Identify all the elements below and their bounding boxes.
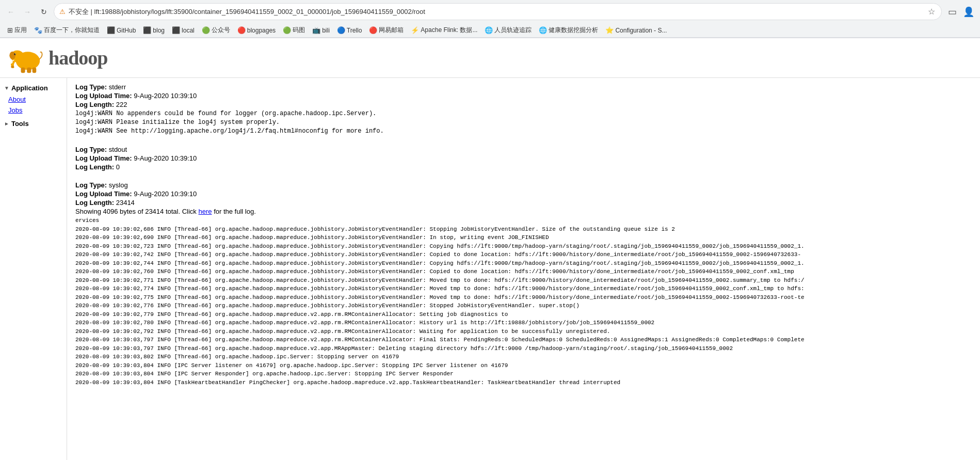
address-text: 不安全 | lft:19888/jobhistory/logs/lft:3590… (69, 7, 924, 17)
bookmark-flink-label: Apache Flink: 数据... (421, 26, 477, 35)
bookmark-star-button[interactable]: ☆ (927, 6, 936, 18)
bookmark-local[interactable]: ⬛ local (169, 25, 198, 36)
bookmark-wechat[interactable]: 🟢 公众号 (199, 24, 233, 36)
bookmark-blog-label: blog (153, 27, 165, 34)
bookmark-trello[interactable]: 🔵 Trello (334, 25, 365, 36)
tracking-icon: 🌐 (485, 26, 493, 34)
bookmark-baidu-label: 百度一下，你就知道 (44, 26, 100, 35)
bookmark-wechat-label: 公众号 (212, 26, 230, 35)
syslog-upload-value: 9-Aug-2020 10:39:10 (134, 190, 197, 198)
sidebar-item-jobs[interactable]: Jobs (0, 105, 67, 116)
nav-forward-button[interactable]: → (21, 5, 34, 19)
nav-back-button[interactable]: ← (4, 5, 18, 19)
stderr-length-label: Log Length: (75, 101, 116, 108)
baidu-icon: 🐾 (34, 26, 42, 34)
bookmark-blogpages[interactable]: 🔴 blogpages (234, 25, 279, 36)
bookmarks-bar: ⊞ 应用 🐾 百度一下，你就知道 ⬛ GitHub ⬛ blog ⬛ local… (0, 23, 980, 38)
bookmark-github-label: GitHub (117, 27, 136, 34)
stderr-length-line: Log Length: 222 (75, 101, 972, 108)
syslog-length-label: Log Length: (75, 199, 116, 207)
log-section-stderr: Log Type: stderr Log Upload Time: 9-Aug-… (75, 83, 972, 135)
bookmark-163mail-label: 网易邮箱 (379, 26, 404, 35)
svg-point-4 (15, 54, 15, 54)
bookmark-trello-label: Trello (347, 27, 362, 34)
stderr-type-line: Log Type: stderr (75, 83, 972, 91)
bookmark-apps[interactable]: ⊞ 应用 (4, 24, 30, 36)
cast-button[interactable]: ▭ (945, 5, 959, 19)
bookmark-github[interactable]: ⬛ GitHub (104, 25, 139, 36)
bookmark-blogpages-label: blogpages (247, 27, 276, 34)
sidebar: ▼ Application About Jobs ► Tools (0, 78, 67, 460)
log-section-stdout: Log Type: stdout Log Upload Time: 9-Aug-… (75, 146, 972, 171)
stderr-length-value: 222 (116, 101, 127, 108)
bookmark-tracking[interactable]: 🌐 人员轨迹追踪 (481, 24, 535, 36)
stdout-length-label: Log Length: (75, 163, 116, 171)
syslog-type-label: Log Type: (75, 181, 109, 189)
bookmark-matu-label: 码图 (293, 26, 305, 35)
page-container: hadoop ▼ Application About Jobs ► Tools (0, 38, 980, 460)
bookmark-matu[interactable]: 🟢 码图 (280, 24, 308, 36)
address-actions: ☆ (927, 6, 936, 18)
stderr-type-label: Log Type: (75, 83, 109, 91)
github-icon: ⬛ (107, 26, 115, 34)
syslog-here-link[interactable]: here (198, 208, 212, 215)
stdout-type-value: stdout (109, 146, 127, 153)
tools-triangle-icon: ► (4, 121, 9, 126)
sidebar-section-application: ▼ Application About Jobs (0, 82, 67, 116)
browser-chrome: ← → ↻ ⚠ 不安全 | lft:19888/jobhistory/logs/… (0, 0, 980, 38)
bookmark-config[interactable]: ⭐ Configuration - S... (602, 25, 670, 36)
local-icon: ⬛ (172, 26, 180, 34)
syslog-showing-text: Showing 4096 bytes of 23414 total. Click (75, 208, 198, 215)
svg-rect-8 (33, 68, 37, 73)
stderr-type-value: stderr (109, 83, 126, 91)
svg-rect-7 (27, 68, 31, 73)
sidebar-tools-header[interactable]: ► Tools (0, 118, 67, 130)
sidebar-application-label: Application (11, 84, 48, 92)
stdout-upload-value: 9-Aug-2020 10:39:10 (134, 154, 197, 162)
health-icon: 🌐 (539, 26, 547, 34)
syslog-content: ervices 2020-08-09 10:39:02,686 INFO [Th… (75, 216, 972, 387)
syslog-showing-suffix: for the full log. (212, 208, 256, 215)
svg-point-3 (14, 53, 16, 55)
hadoop-logo-text: hadoop (49, 46, 107, 69)
log-section-syslog: Log Type: syslog Log Upload Time: 9-Aug-… (75, 181, 972, 387)
blogpages-icon: 🔴 (237, 26, 246, 34)
triangle-icon: ▼ (4, 85, 9, 91)
blog-icon: ⬛ (143, 26, 151, 34)
browser-right-buttons: ▭ 👤 (945, 5, 976, 19)
bookmark-163mail[interactable]: 🔴 网易邮箱 (366, 24, 407, 36)
bookmark-health[interactable]: 🌐 健康数据挖掘分析 (536, 24, 601, 36)
sidebar-item-about[interactable]: About (0, 94, 67, 105)
browser-toolbar: ← → ↻ ⚠ 不安全 | lft:19888/jobhistory/logs/… (0, 0, 980, 23)
svg-rect-6 (21, 68, 25, 73)
syslog-upload-label: Log Upload Time: (75, 190, 134, 198)
syslog-showing-line: Showing 4096 bytes of 23414 total. Click… (75, 208, 972, 215)
bookmark-flink[interactable]: ⚡ Apache Flink: 数据... (408, 24, 480, 36)
sidebar-application-header[interactable]: ▼ Application (0, 82, 67, 94)
stderr-upload-line: Log Upload Time: 9-Aug-2020 10:39:10 (75, 92, 972, 100)
flink-icon: ⚡ (411, 26, 419, 34)
syslog-length-value: 23414 (116, 199, 135, 207)
stderr-upload-value: 9-Aug-2020 10:39:10 (134, 92, 197, 100)
main-layout: ▼ Application About Jobs ► Tools Log Typ… (0, 78, 980, 460)
stdout-upload-line: Log Upload Time: 9-Aug-2020 10:39:10 (75, 154, 972, 162)
config-icon: ⭐ (605, 26, 614, 34)
bookmark-baidu[interactable]: 🐾 百度一下，你就知道 (31, 24, 103, 36)
syslog-type-value: syslog (109, 181, 128, 189)
apps-icon: ⊞ (7, 26, 13, 34)
bookmark-bili[interactable]: 📺 bili (309, 25, 333, 36)
stderr-content: log4j:WARN No appenders could be found f… (75, 109, 972, 135)
bookmark-blog[interactable]: ⬛ blog (140, 25, 168, 36)
content-area: Log Type: stderr Log Upload Time: 9-Aug-… (67, 78, 980, 460)
matu-icon: 🟢 (283, 26, 291, 34)
hadoop-elephant-icon (8, 42, 44, 73)
profile-button[interactable]: 👤 (961, 5, 976, 19)
wechat-icon: 🟢 (202, 26, 210, 34)
address-bar[interactable]: ⚠ 不安全 | lft:19888/jobhistory/logs/lft:35… (54, 3, 942, 20)
bili-icon: 📺 (312, 26, 320, 34)
nav-refresh-button[interactable]: ↻ (37, 5, 51, 19)
syslog-upload-line: Log Upload Time: 9-Aug-2020 10:39:10 (75, 190, 972, 198)
lock-icon: ⚠ (59, 8, 66, 15)
svg-point-5 (11, 66, 14, 68)
syslog-length-line: Log Length: 23414 (75, 199, 972, 207)
